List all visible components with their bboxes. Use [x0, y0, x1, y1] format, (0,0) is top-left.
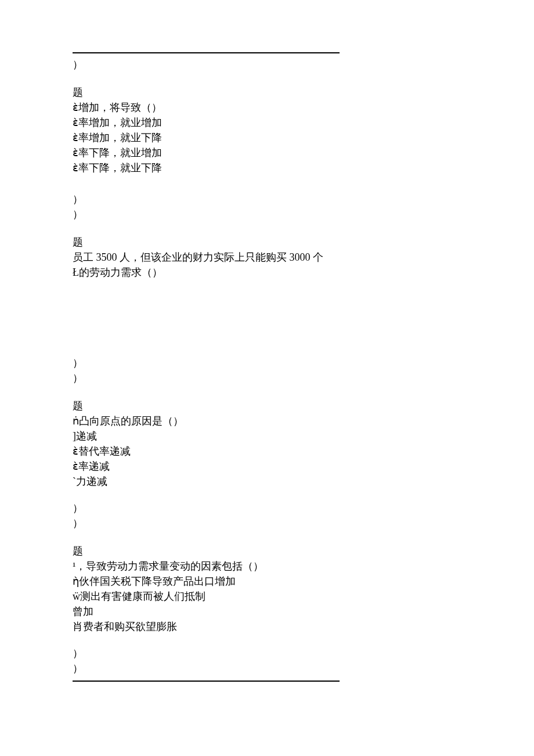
paren-text: ） [73, 501, 467, 516]
paren-text: ） [73, 57, 467, 72]
q1-header: 题 [73, 85, 467, 100]
question-4: 题 ¹，导致劳动力需求量变动的因素包括（） ὴ伙伴国关税下降导致产品出口增加 ẅ… [73, 543, 467, 676]
q3-header: 题 [73, 398, 467, 413]
q4-stem: ¹，导致劳动力需求量变动的因素包括（） [73, 559, 467, 574]
question-3: 题 ṅ凸向原点的原因是（） ]递减 ὲ替代率递减 ὲ率递减 `力递减 ） ） [73, 398, 467, 531]
paren-text: ） [73, 646, 467, 661]
paren-text: ） [73, 355, 467, 370]
paren-text: ） [73, 192, 467, 207]
q4-option-d: 肖费者和购买欲望膨胀 [73, 619, 467, 634]
paren-text: ） [73, 661, 467, 676]
q2-stem-2: Ł的劳动力需求（） [73, 265, 467, 280]
top-rule [73, 52, 340, 53]
paren-text: ） [73, 207, 467, 222]
q2-header: 题 [73, 235, 467, 250]
q3-stem: ṅ凸向原点的原因是（） [73, 413, 467, 429]
top-block: ） [73, 57, 467, 72]
q1-option-a: ὲ率增加，就业增加 [73, 115, 467, 130]
q4-header: 题 [73, 543, 467, 559]
q2-stem-1: 员工 3500 人，但该企业的财力实际上只能购买 3000 个 [73, 250, 467, 265]
q4-option-c: 曾加 [73, 604, 467, 619]
question-1: 题 ὲ增加，将导致（） ὲ率增加，就业增加 ὲ率增加，就业下降 ὲ率下降，就业增… [73, 85, 467, 222]
q1-option-c: ὲ率下降，就业增加 [73, 145, 467, 160]
q4-option-b: ẅ测出有害健康而被人们抵制 [73, 589, 467, 604]
paren-text: ） [73, 516, 467, 531]
q1-stem: ὲ增加，将导致（） [73, 100, 467, 115]
bottom-rule [73, 681, 340, 682]
q1-option-d: ὲ率下降，就业下降 [73, 160, 467, 175]
question-2: 题 员工 3500 人，但该企业的财力实际上只能购买 3000 个 Ł的劳动力需… [73, 235, 467, 386]
q3-option-d: `力递减 [73, 474, 467, 489]
q4-option-a: ὴ伙伴国关税下降导致产品出口增加 [73, 574, 467, 589]
q3-option-b: ὲ替代率递减 [73, 444, 467, 459]
paren-text: ） [73, 370, 467, 386]
q3-option-a: ]递减 [73, 429, 467, 444]
q1-option-b: ὲ率增加，就业下降 [73, 130, 467, 145]
q3-option-c: ὲ率递减 [73, 459, 467, 474]
